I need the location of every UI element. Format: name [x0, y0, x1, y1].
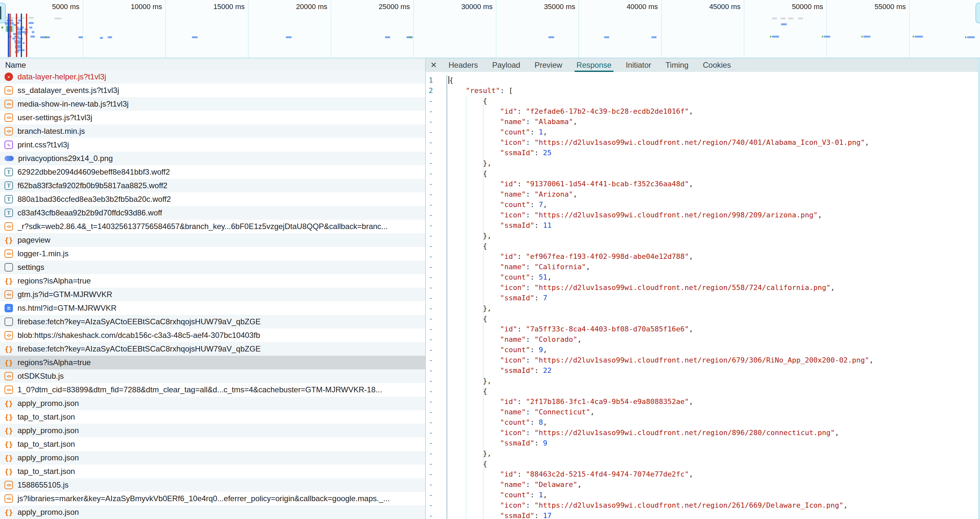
- code-line: 1{: [426, 75, 980, 86]
- request-name: ss_datalayer_events.js?t1vl3j: [18, 86, 119, 95]
- table-row[interactable]: ✕data-layer-helper.js?t1vl3j: [0, 70, 425, 84]
- request-name: firebase:fetch?key=AIzaSyACtoEEBtSCaC8rx…: [18, 317, 261, 326]
- tab-response[interactable]: Response: [570, 58, 619, 72]
- table-row[interactable]: {}apply_promo.json: [0, 451, 425, 465]
- table-row[interactable]: <>js?libraries=marker&key=AIzaSyBmyvkVb0…: [0, 492, 425, 505]
- code-line: - },: [426, 303, 980, 314]
- code-line: - "name": "Connecticut",: [426, 407, 980, 417]
- tab-timing[interactable]: Timing: [659, 58, 696, 72]
- js-resource-icon: <>: [5, 113, 13, 122]
- waterfall-bar: [863, 36, 870, 38]
- code-line: - "icon": "https://d2luv1saso99wi.cloudf…: [426, 500, 980, 511]
- timeline-tick-label: 40000 ms: [627, 3, 661, 11]
- table-row[interactable]: <>1_0?dtm_cid=83899&dtm_fid=7288&dtm_cle…: [0, 383, 425, 397]
- request-name: tap_to_start.json: [18, 440, 75, 449]
- table-row[interactable]: <>_r?sdk=web2.86.4&_t=140325613775658465…: [0, 220, 425, 233]
- code-line: - "icon": "https://d2luv1saso99wi.cloudf…: [426, 210, 980, 220]
- table-row[interactable]: <>1588655105.js: [0, 478, 425, 492]
- table-row[interactable]: settings: [0, 260, 425, 274]
- table-row[interactable]: {}tap_to_start.json: [0, 437, 425, 451]
- table-row[interactable]: <>ss_datalayer_events.js?t1vl3j: [0, 84, 425, 97]
- table-row[interactable]: {}apply_promo.json: [0, 397, 425, 410]
- waterfall-bar: [770, 36, 771, 38]
- timeline-tick-label: 55000 ms: [874, 3, 909, 11]
- timeline-gridline: [579, 0, 579, 58]
- table-row[interactable]: {}tap_to_start.json: [0, 465, 425, 478]
- table-row[interactable]: {}apply_promo.json: [0, 505, 425, 519]
- line-gutter: -: [426, 158, 447, 168]
- table-row[interactable]: ≡ns.html?id=GTM-MJRWVKR: [0, 301, 425, 315]
- code-line: - },: [426, 158, 980, 168]
- waterfall-bar: [22, 49, 25, 51]
- table-row[interactable]: Tc83af43cfb8eaa92b2b9d70ffdc93d86.woff: [0, 206, 425, 220]
- line-gutter: -: [426, 231, 447, 241]
- code-text: {: [447, 459, 487, 469]
- table-row[interactable]: <>gtm.js?id=GTM-MJRWVKR: [0, 288, 425, 301]
- timeline-tick-label: 10000 ms: [130, 3, 165, 11]
- fetch-resource-icon: {}: [5, 467, 13, 476]
- waterfall-bar: [548, 36, 554, 38]
- table-row[interactable]: <>branch-latest.min.js: [0, 124, 425, 138]
- code-text: "count": 9,: [447, 345, 547, 355]
- code-text: "icon": "https://d2luv1saso99wi.cloudfro…: [447, 500, 848, 511]
- table-row[interactable]: {}pageview: [0, 233, 425, 247]
- code-line: - },: [426, 231, 980, 241]
- code-line: - "ssmaId": 22: [426, 365, 980, 376]
- table-row[interactable]: {}firebase:fetch?key=AIzaSyACtoEEBtSCaC8…: [0, 342, 425, 356]
- timeline-gridline: [661, 0, 662, 58]
- response-json-viewer[interactable]: 1{2 "result": [- {- "id": "f2efade6-17b2…: [426, 72, 980, 519]
- tab-initiator[interactable]: Initiator: [619, 58, 659, 72]
- code-line: 2 "result": [: [426, 86, 980, 96]
- line-gutter: -: [426, 511, 447, 519]
- code-text: "ssmaId": 25: [447, 148, 552, 158]
- table-row[interactable]: Tf62ba83f3cfa9202fb0b9b5817aa8825.woff2: [0, 179, 425, 192]
- code-line: - "count": 1,: [426, 490, 980, 500]
- table-row[interactable]: {}apply_promo.json: [0, 424, 425, 437]
- tab-cookies[interactable]: Cookies: [696, 58, 738, 72]
- line-gutter: -: [426, 220, 447, 231]
- js-resource-icon: <>: [5, 386, 13, 394]
- waterfall-bar: [651, 36, 657, 38]
- request-list-pane: Name ✕data-layer-helper.js?t1vl3j<>ss_da…: [0, 58, 426, 519]
- tab-payload[interactable]: Payload: [485, 58, 528, 72]
- response-code-lines: 1{2 "result": [- {- "id": "f2efade6-17b2…: [426, 72, 980, 519]
- waterfall-bar: [29, 27, 32, 29]
- request-name: f62ba83f3cfa9202fb0b9b5817aa8825.woff2: [18, 181, 167, 190]
- code-line: - {: [426, 241, 980, 251]
- code-text: {: [447, 75, 453, 86]
- overview-right-handle[interactable]: [975, 3, 980, 23]
- table-row[interactable]: firebase:fetch?key=AIzaSyACtoEEBtSCaC8rx…: [0, 315, 425, 329]
- table-row[interactable]: <>blob:https://shakeshack.com/dcab156c-c…: [0, 329, 425, 342]
- table-row[interactable]: {}regions?isAlpha=true: [0, 356, 425, 369]
- line-gutter: -: [426, 200, 447, 210]
- table-row[interactable]: T880a1bad36ccfed8ea3eb3b2fb5ba20c.woff2: [0, 192, 425, 206]
- table-row[interactable]: T62922dbbe2094d4609ebeff8e841bbf3.woff2: [0, 165, 425, 179]
- font-resource-icon: T: [5, 168, 13, 176]
- code-line: - "icon": "https://d2luv1saso99wi.cloudf…: [426, 283, 980, 293]
- timeline-gridline: [248, 0, 248, 58]
- fetch-resource-icon: {}: [5, 399, 13, 408]
- request-name: print.css?t1vl3j: [18, 140, 69, 149]
- table-row[interactable]: ✎print.css?t1vl3j: [0, 138, 425, 152]
- table-row[interactable]: <>user-settings.js?t1vl3j: [0, 111, 425, 124]
- tab-preview[interactable]: Preview: [527, 58, 569, 72]
- table-row[interactable]: {}tap_to_start.json: [0, 410, 425, 424]
- table-row[interactable]: <>otSDKStub.js: [0, 369, 425, 383]
- table-row[interactable]: {}regions?isAlpha=true: [0, 274, 425, 288]
- line-gutter: -: [426, 293, 447, 303]
- devtools-network-panel: 5000 ms10000 ms15000 ms20000 ms25000 ms3…: [0, 0, 980, 519]
- table-row[interactable]: <>logger-1.min.js: [0, 247, 425, 260]
- request-name: 1588655105.js: [18, 481, 68, 489]
- table-row[interactable]: privacyoptions29x14_0.png: [0, 152, 425, 165]
- js-resource-icon: <>: [5, 331, 13, 340]
- close-icon[interactable]: ✕: [426, 58, 441, 72]
- request-name: data-layer-helper.js?t1vl3j: [18, 72, 106, 81]
- overview-left-handle[interactable]: [0, 3, 6, 23]
- plain-resource-icon: [5, 317, 13, 326]
- timeline-gridline: [83, 0, 83, 58]
- domcontentloaded-event-line: [8, 14, 9, 57]
- network-overview-timeline[interactable]: 5000 ms10000 ms15000 ms20000 ms25000 ms3…: [0, 0, 980, 58]
- table-row[interactable]: <>media-show-in-new-tab.js?t1vl3j: [0, 97, 425, 111]
- code-text: {: [447, 168, 487, 179]
- tab-headers[interactable]: Headers: [441, 58, 485, 72]
